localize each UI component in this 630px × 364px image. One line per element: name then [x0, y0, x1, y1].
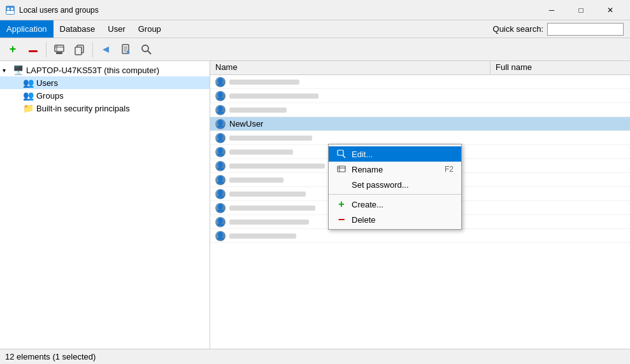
- avatar: [215, 217, 226, 227]
- svg-marker-11: [103, 46, 109, 53]
- list-item[interactable]: [210, 75, 630, 89]
- rename-icon: [336, 164, 347, 174]
- delete-icon: −: [336, 214, 347, 225]
- header-name: Name: [210, 61, 490, 74]
- cell-name: [210, 133, 490, 143]
- svg-rect-5: [55, 45, 64, 52]
- users-icon: 👥: [23, 78, 34, 88]
- avatar: [215, 91, 226, 101]
- quick-search-input[interactable]: [547, 23, 624, 36]
- tree-computer[interactable]: ▾ 🖥️ LAPTOP-U47KS53T (this computer): [0, 64, 210, 76]
- svg-rect-2: [6, 11, 10, 14]
- app-icon: [5, 5, 15, 15]
- svg-point-17: [142, 45, 148, 52]
- list-item[interactable]: [210, 131, 630, 145]
- blurred-name: [229, 220, 309, 225]
- svg-rect-8: [56, 52, 62, 54]
- blurred-name: [229, 234, 296, 239]
- edit-label: Edit...: [352, 150, 373, 159]
- computer-label: LAPTOP-U47KS53T (this computer): [26, 66, 159, 75]
- avatar: [215, 105, 226, 115]
- blurred-name: [229, 192, 306, 197]
- cell-name: NewUser: [210, 119, 490, 129]
- context-menu: Edit... Rename F2 Set password...: [328, 144, 462, 230]
- avatar: [215, 175, 226, 185]
- copy-button[interactable]: [71, 41, 89, 59]
- avatar: [215, 161, 226, 171]
- sidebar: ▾ 🖥️ LAPTOP-U47KS53T (this computer) 👥 U…: [0, 61, 210, 349]
- delete-label: Delete: [352, 215, 376, 225]
- create-icon: +: [336, 199, 347, 209]
- add-button[interactable]: +: [4, 41, 22, 59]
- cell-name: [210, 105, 490, 115]
- computer-icon: 🖥️: [13, 65, 24, 75]
- context-menu-setpassword[interactable]: Set password...: [329, 177, 461, 192]
- svg-line-18: [148, 51, 151, 54]
- main-area: ▾ 🖥️ LAPTOP-U47KS53T (this computer) 👥 U…: [0, 61, 630, 349]
- cell-name: [210, 231, 490, 241]
- doc-button[interactable]: [117, 41, 135, 59]
- security-label: Built-in security principals: [36, 104, 130, 113]
- context-menu-delete[interactable]: − Delete: [329, 212, 461, 227]
- create-label: Create...: [352, 200, 383, 209]
- avatar: [215, 203, 226, 213]
- svg-point-1: [7, 8, 10, 10]
- list-item[interactable]: [210, 103, 630, 117]
- context-menu-edit[interactable]: Edit...: [329, 146, 461, 162]
- list-header: Name Full name: [210, 61, 630, 75]
- status-text: 12 elements (1 selected): [5, 352, 96, 361]
- context-menu-create[interactable]: + Create...: [329, 197, 461, 212]
- svg-rect-10: [75, 47, 82, 55]
- remove-button[interactable]: [24, 41, 42, 59]
- menu-database[interactable]: Database: [54, 20, 102, 38]
- arrow-button[interactable]: [97, 41, 115, 59]
- blurred-name: [229, 108, 287, 113]
- content-pane: Name Full name: [210, 61, 630, 349]
- context-menu-rename[interactable]: Rename F2: [329, 162, 461, 177]
- quick-search-label: Quick search:: [493, 24, 543, 34]
- groups-icon: 👥: [23, 90, 34, 101]
- status-bar: 12 elements (1 selected): [0, 349, 630, 364]
- edit-button[interactable]: [50, 41, 68, 59]
- avatar: [215, 147, 226, 157]
- search-toolbar-button[interactable]: [138, 41, 155, 59]
- password-icon: [336, 179, 347, 190]
- avatar: [215, 189, 226, 199]
- svg-rect-4: [10, 11, 14, 14]
- close-button[interactable]: ✕: [596, 0, 625, 20]
- menu-user[interactable]: User: [101, 20, 131, 38]
- minimize-button[interactable]: ─: [537, 0, 566, 20]
- list-item[interactable]: [210, 229, 630, 243]
- menu-application[interactable]: Application: [0, 20, 54, 38]
- edit-icon: [336, 149, 347, 159]
- list-item[interactable]: [210, 89, 630, 103]
- svg-point-3: [11, 8, 13, 10]
- tree-toggle-computer[interactable]: ▾: [3, 67, 13, 74]
- security-icon: 📁: [23, 103, 34, 113]
- list-item-newuser[interactable]: NewUser: [210, 117, 630, 131]
- sidebar-item-groups[interactable]: 👥 Groups: [0, 89, 210, 102]
- window-title: Local users and groups: [19, 6, 537, 15]
- title-bar: Local users and groups ─ □ ✕: [0, 0, 630, 20]
- svg-rect-19: [338, 150, 343, 155]
- maximize-button[interactable]: □: [566, 0, 596, 20]
- blurred-name: [229, 178, 283, 183]
- toolbar-separator-2: [92, 42, 93, 57]
- blurred-name: [229, 164, 325, 169]
- blurred-name: [229, 80, 299, 85]
- sidebar-item-security[interactable]: 📁 Built-in security principals: [0, 102, 210, 115]
- rename-shortcut: F2: [445, 165, 454, 174]
- users-label: Users: [36, 78, 58, 88]
- window-controls: ─ □ ✕: [537, 0, 625, 20]
- avatar: [215, 77, 226, 87]
- cell-name: [210, 77, 490, 87]
- sidebar-item-users[interactable]: 👥 Users: [0, 76, 210, 89]
- toolbar: +: [0, 38, 630, 61]
- menu-group[interactable]: Group: [132, 20, 168, 38]
- newuser-label: NewUser: [229, 119, 263, 129]
- svg-line-20: [343, 155, 345, 158]
- context-menu-separator: [329, 194, 461, 195]
- cell-name: [210, 91, 490, 101]
- blurred-name: [229, 206, 315, 211]
- avatar: [215, 231, 226, 241]
